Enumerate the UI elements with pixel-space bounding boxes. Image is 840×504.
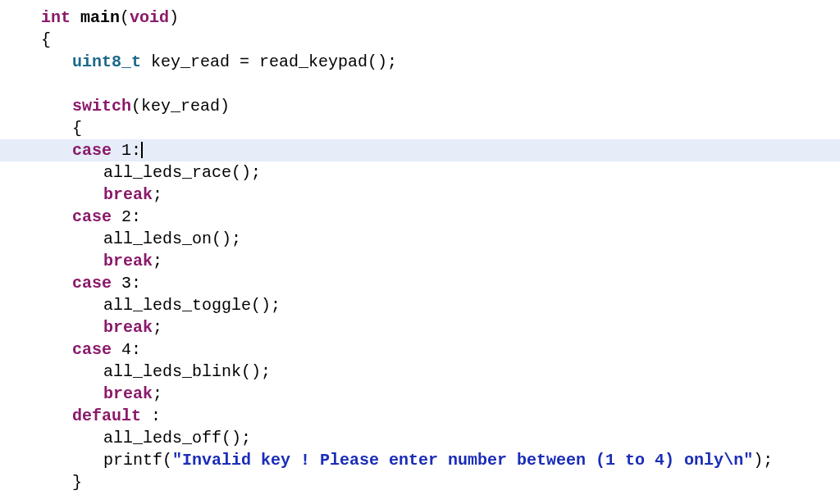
code-token: case [72,207,112,226]
code-token: { [72,119,82,138]
code-line: break; [0,250,840,272]
code-token: 2: [112,207,141,226]
code-token: 4: [112,340,141,359]
code-token: (key_read) [131,97,230,116]
code-token: break [103,384,153,403]
code-token: main [80,8,120,27]
code-line [0,73,840,95]
text-cursor [141,142,143,158]
code-token: 1: [112,141,141,160]
code-line: int main(void) [0,7,840,29]
code-line: case 2: [0,206,840,228]
code-token: case [72,141,112,160]
code-token: all_leds_off(); [103,429,251,447]
code-line: all_leds_on(); [0,228,840,250]
code-line: default : [0,405,840,427]
code-line: break; [0,383,840,405]
code-token: ); [753,451,773,470]
code-token: printf( [103,451,172,470]
code-line: case 1: [0,139,840,161]
code-token: case [72,340,112,359]
code-token: all_leds_blink(); [103,362,271,381]
code-token: { [41,30,51,49]
code-token: break [103,318,153,337]
code-token: ; [153,384,162,403]
code-token: uint8_t [72,52,141,71]
code-line: all_leds_blink(); [0,361,840,383]
code-line: break; [0,316,840,338]
code-token: ; [153,318,162,337]
code-token: all_leds_on(); [103,229,241,248]
code-line: all_leds_race(); [0,161,840,184]
code-token: all_leds_toggle(); [103,296,281,315]
code-line: printf("Invalid key ! Please enter numbe… [0,449,840,471]
code-token: "Invalid key ! Please enter number betwe… [172,451,753,470]
code-token: int [41,8,80,27]
code-token: ; [153,185,162,204]
code-token: break [103,185,153,204]
code-token: 3: [112,274,141,293]
code-line: all_leds_off(); [0,427,840,449]
code-token: ; [153,252,162,270]
code-token: default [72,406,141,425]
code-token: void [130,8,169,27]
code-token: ( [120,8,130,27]
code-line: { [0,117,840,139]
code-line: break; [0,184,840,206]
code-line: switch(key_read) [0,95,840,117]
code-token: key_read = read_keypad(); [141,52,397,71]
code-token: all_leds_race(); [103,163,261,182]
code-token: : [141,406,161,425]
code-line: uint8_t key_read = read_keypad(); [0,51,840,73]
code-line: case 4: [0,338,840,361]
code-token: break [103,252,153,270]
code-block: int main(void){uint8_t key_read = read_k… [0,0,840,493]
code-token: } [72,473,82,492]
code-line: case 3: [0,272,840,294]
code-line: all_leds_toggle(); [0,294,840,316]
code-line: } [0,471,840,493]
code-line: { [0,29,840,51]
code-token: case [72,274,112,293]
code-token: switch [72,97,131,116]
code-token: ) [169,8,179,27]
